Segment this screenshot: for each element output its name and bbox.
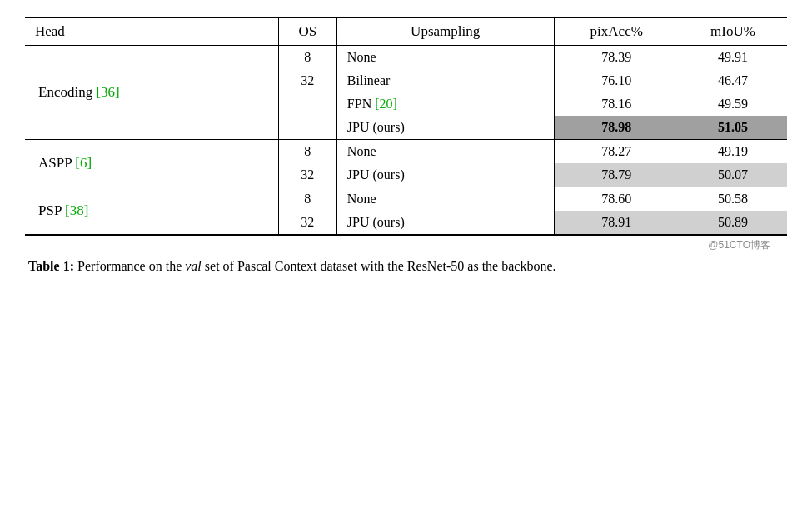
pixacc-cell: 76.10 xyxy=(554,69,679,92)
upsampling-cell: JPU (ours) xyxy=(336,116,554,140)
os-cell: 8 xyxy=(278,46,336,70)
caption-italic: val xyxy=(185,259,202,273)
upsampling-cell: JPU (ours) xyxy=(336,211,554,235)
pixacc-cell: 78.27 xyxy=(554,140,679,164)
upsampling-cell: None xyxy=(336,140,554,164)
os-cell: 32 xyxy=(278,163,336,187)
head-cell-1: ASPP [6] xyxy=(25,140,278,187)
watermark: @51CTO博客 xyxy=(708,238,770,252)
results-table: Head OS Upsampling pixAcc% mIoU% Encodin… xyxy=(25,17,787,236)
miou-cell: 50.58 xyxy=(679,187,787,212)
pixacc-cell: 78.98 xyxy=(554,116,679,140)
upsampling-cell: None xyxy=(336,187,554,212)
os-cell: 32 xyxy=(278,69,336,92)
miou-cell: 49.59 xyxy=(679,92,787,116)
os-cell xyxy=(278,92,336,116)
pixacc-cell: 78.79 xyxy=(554,163,679,187)
pixacc-cell: 78.60 xyxy=(554,187,679,212)
miou-cell: 50.89 xyxy=(679,211,787,235)
miou-cell: 50.07 xyxy=(679,163,787,187)
caption-text2: set of Pascal Context dataset with the R… xyxy=(202,259,556,273)
miou-cell: 46.47 xyxy=(679,69,787,92)
miou-cell: 49.91 xyxy=(679,46,787,70)
table-wrapper: Head OS Upsampling pixAcc% mIoU% Encodin… xyxy=(25,17,787,236)
pixacc-cell: 78.39 xyxy=(554,46,679,70)
caption-text1: Performance on the xyxy=(77,259,185,273)
head-cell-2: PSP [38] xyxy=(25,187,278,236)
upsampling-cell: None xyxy=(336,46,554,70)
os-cell: 32 xyxy=(278,211,336,235)
col-header-pixacc: pixAcc% xyxy=(554,17,679,46)
page-container: Head OS Upsampling pixAcc% mIoU% Encodin… xyxy=(25,17,787,277)
os-cell xyxy=(278,116,336,140)
pixacc-cell: 78.91 xyxy=(554,211,679,235)
head-cell-0: Encoding [36] xyxy=(25,46,278,140)
upsampling-cell: Bilinear xyxy=(336,69,554,92)
col-header-miou: mIoU% xyxy=(679,17,787,46)
miou-cell: 51.05 xyxy=(679,116,787,140)
pixacc-cell: 78.16 xyxy=(554,92,679,116)
os-cell: 8 xyxy=(278,187,336,212)
table-caption: Table 1: Performance on the val set of P… xyxy=(25,256,787,277)
os-cell: 8 xyxy=(278,140,336,164)
col-header-os: OS xyxy=(278,17,336,46)
upsampling-cell: JPU (ours) xyxy=(336,163,554,187)
col-header-upsampling: Upsampling xyxy=(336,17,554,46)
col-header-head: Head xyxy=(25,17,278,46)
caption-label: Table 1: xyxy=(28,259,74,273)
upsampling-cell: FPN [20] xyxy=(336,92,554,116)
miou-cell: 49.19 xyxy=(679,140,787,164)
